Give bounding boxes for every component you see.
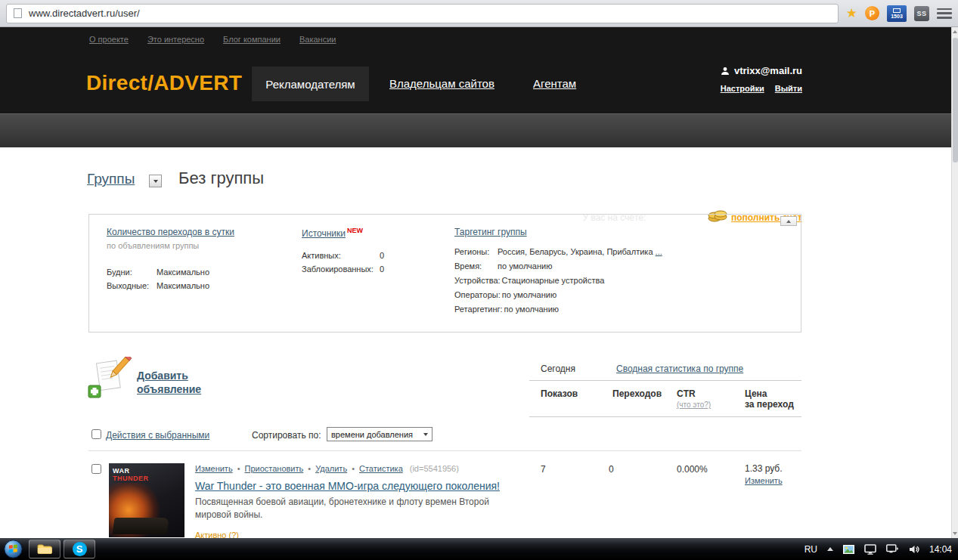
groups-dropdown-button[interactable] bbox=[149, 175, 162, 187]
address-bar[interactable]: www.directadvert.ru/user/ bbox=[6, 4, 839, 23]
ad-thumbnail[interactable]: WAR THUNDER bbox=[109, 463, 184, 537]
folder-icon bbox=[37, 543, 52, 555]
volume-icon[interactable] bbox=[909, 545, 919, 554]
ad-title-link[interactable]: War Thunder - это военная ММО-игра следу… bbox=[195, 480, 500, 492]
bulk-actions-link[interactable]: Действия с выбранными bbox=[106, 430, 209, 441]
extension-ss-icon[interactable]: SS bbox=[914, 6, 929, 21]
add-ad-icon[interactable] bbox=[85, 357, 133, 399]
transitions-subtitle: по объявлениям группы bbox=[107, 241, 234, 250]
panel-col-transitions: Количество переходов в сутки по объявлен… bbox=[107, 227, 234, 292]
row-value: по умолчанию bbox=[498, 261, 552, 271]
tray-display-icon[interactable] bbox=[864, 544, 876, 555]
new-badge: NEW bbox=[347, 227, 363, 234]
tray-network-icon[interactable] bbox=[886, 544, 899, 555]
ad-stats-link[interactable]: Статистика bbox=[359, 464, 403, 473]
row-label: Заблокированных: bbox=[302, 262, 380, 276]
row-label: Активных: bbox=[302, 249, 380, 262]
start-button[interactable] bbox=[4, 540, 23, 558]
nav-agents[interactable]: Агентам bbox=[533, 77, 576, 90]
bullet: • bbox=[352, 464, 355, 473]
row-value: 0 bbox=[380, 251, 384, 260]
row-weekdays: Будни:Максимально bbox=[107, 265, 234, 279]
col-header-shows: Показов bbox=[541, 388, 578, 399]
site-logo[interactable]: Direct/ADVERT bbox=[86, 71, 242, 95]
thumb-line1: WAR bbox=[113, 467, 149, 475]
row-value: Максимально bbox=[157, 281, 209, 290]
bookmark-star-icon[interactable]: ★ bbox=[846, 7, 857, 20]
row-value: по умолчанию bbox=[502, 290, 557, 299]
ad-row-checkbox[interactable] bbox=[91, 464, 101, 474]
row-regions: Регионы:Россия, Беларусь, Украина, Приба… bbox=[454, 245, 662, 259]
thumbnail-tank-art bbox=[112, 518, 169, 534]
ad-price-value: 1.33 руб. bbox=[745, 463, 783, 474]
nav-advertisers[interactable]: Рекламодателям bbox=[252, 67, 369, 101]
toplink-blog[interactable]: Блог компании bbox=[223, 35, 281, 44]
col-header-ctr: CTR bbox=[677, 388, 696, 399]
extension-counter-glyph bbox=[893, 8, 901, 13]
ad-pause-link[interactable]: Приостановить bbox=[244, 464, 303, 473]
ad-edit-link[interactable]: Изменить bbox=[195, 464, 233, 473]
person-icon bbox=[721, 67, 730, 76]
skype-icon: S bbox=[73, 542, 87, 556]
user-email[interactable]: vtrixx@mail.ru bbox=[721, 65, 802, 76]
row-label: Время: bbox=[454, 259, 498, 274]
add-ad-link[interactable]: Добавить объявление bbox=[137, 369, 201, 396]
ad-shows-value: 7 bbox=[541, 464, 546, 475]
system-tray: RU 14:04 bbox=[805, 538, 952, 560]
panel-collapse-button[interactable] bbox=[780, 216, 797, 226]
extension-p-icon[interactable]: P bbox=[865, 6, 879, 20]
ad-id: (id=5541956) bbox=[410, 464, 459, 473]
url-text[interactable]: www.directadvert.ru/user/ bbox=[29, 8, 140, 19]
transitions-title-link[interactable]: Количество переходов в сутки bbox=[107, 227, 234, 237]
regions-more-link[interactable]: ... bbox=[656, 247, 662, 256]
groups-link[interactable]: Группы bbox=[87, 171, 135, 187]
language-indicator[interactable]: RU bbox=[805, 544, 817, 555]
summary-stats-link[interactable]: Сводная статистика по группе bbox=[616, 364, 743, 374]
col-header-clicks: Переходов bbox=[612, 388, 662, 399]
bullet: • bbox=[308, 464, 311, 473]
targeting-title-link[interactable]: Таргетинг группы bbox=[454, 227, 527, 237]
ctr-help-link[interactable]: (что это?) bbox=[677, 401, 711, 409]
toplink-interesting[interactable]: Это интересно bbox=[147, 35, 204, 44]
sources-title-link[interactable]: Источники bbox=[302, 228, 346, 239]
toplink-about[interactable]: О проекте bbox=[89, 35, 129, 44]
scrollbar-thumb[interactable] bbox=[953, 38, 958, 162]
page-icon bbox=[14, 8, 22, 18]
row-value: Стационарные устройства bbox=[502, 276, 605, 285]
tray-expand-icon[interactable] bbox=[827, 547, 833, 551]
nav-site-owners[interactable]: Владельцам сайтов bbox=[389, 77, 495, 90]
ad-price-edit-link[interactable]: Изменить bbox=[745, 476, 783, 485]
row-blocked-sources: Заблокированных:0 bbox=[302, 262, 384, 276]
row-time: Время:по умолчанию bbox=[454, 259, 662, 274]
ad-clicks-value: 0 bbox=[609, 464, 614, 475]
row-label: Устройства: bbox=[454, 274, 502, 288]
toplink-jobs[interactable]: Вакансии bbox=[299, 35, 336, 44]
row-label: Выходные: bbox=[107, 279, 157, 292]
account-bar: ←Перейти к списку групп У вас на счёте: … bbox=[0, 113, 951, 147]
extension-counter-value: 1503 bbox=[891, 14, 903, 19]
sort-select[interactable]: времени добавления bbox=[327, 427, 432, 441]
select-all-checkbox[interactable] bbox=[91, 429, 101, 439]
settings-link[interactable]: Настройки bbox=[721, 84, 764, 93]
row-label: Операторы: bbox=[454, 288, 502, 302]
clock[interactable]: 14:04 bbox=[929, 544, 952, 555]
divider bbox=[529, 416, 801, 417]
browser-menu-icon[interactable] bbox=[937, 8, 952, 20]
logout-link[interactable]: Выйти bbox=[775, 84, 802, 93]
scroll-up-icon[interactable] bbox=[953, 30, 957, 33]
divider bbox=[88, 450, 801, 451]
extension-counter-icon[interactable]: 1503 bbox=[887, 5, 907, 22]
tray-photo-icon[interactable] bbox=[843, 545, 854, 554]
ad-actions: Изменить • Приостановить • Удалить • Ста… bbox=[195, 464, 459, 473]
ad-delete-link[interactable]: Удалить bbox=[315, 464, 347, 473]
row-retargeting: Ретаргетинг:по умолчанию bbox=[454, 302, 662, 317]
row-label: Регионы: bbox=[454, 245, 498, 259]
ad-status-link[interactable]: Активно (?) bbox=[195, 531, 239, 538]
explorer-taskbar-button[interactable] bbox=[29, 540, 60, 558]
user-email-text: vtrixx@mail.ru bbox=[734, 65, 802, 76]
scrollbar[interactable] bbox=[951, 27, 958, 538]
skype-taskbar-button[interactable]: S bbox=[64, 540, 95, 558]
scroll-down-icon[interactable] bbox=[953, 532, 957, 535]
sort-select-value: времени добавления bbox=[331, 430, 413, 439]
webpage: О проекте Это интересно Блог компании Ва… bbox=[0, 27, 951, 538]
